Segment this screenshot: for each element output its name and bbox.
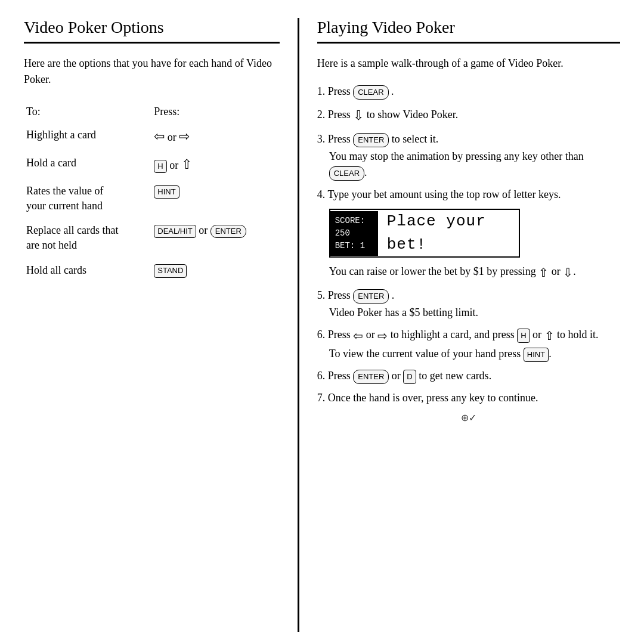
right-intro: Here is a sample walk-through of a game … bbox=[317, 55, 620, 72]
table-header-row: To: Press: bbox=[24, 100, 280, 123]
or-text: or bbox=[532, 329, 544, 340]
bet-label: BET: 1 bbox=[335, 240, 373, 252]
footer: ⊛✓ bbox=[317, 412, 620, 423]
row-press: DEAL/HIT or ENTER bbox=[151, 218, 279, 258]
col-to-header: To: bbox=[24, 100, 151, 123]
list-item: 5. Press ENTER . Video Poker has a $5 be… bbox=[317, 287, 620, 321]
step-text: to show Video Poker. bbox=[367, 109, 459, 120]
step-sub-text: Video Poker has a $5 betting limit. bbox=[329, 305, 620, 321]
score-label: SCORE: bbox=[335, 215, 373, 227]
step-number: 3. Press bbox=[317, 133, 354, 145]
table-row: Replace all cards thatare not held DEAL/… bbox=[24, 218, 280, 258]
step-text: to get new cards. bbox=[419, 370, 491, 382]
right-column: Playing Video Poker Here is a sample wal… bbox=[299, 18, 620, 632]
list-item: 1. Press CLEAR . bbox=[317, 83, 620, 100]
row-press: STAND bbox=[151, 258, 279, 283]
step-text: to highlight a card, and press bbox=[391, 329, 517, 340]
score-display-box: SCORE: 250 BET: 1 Place your bet! bbox=[329, 209, 520, 258]
step-text: 7. Once the hand is over, press any key … bbox=[317, 392, 538, 404]
h-key: H bbox=[154, 160, 166, 173]
hint-key-inline: HINT bbox=[524, 348, 549, 362]
clear-key-inline: CLEAR bbox=[329, 166, 364, 181]
enter-key: ENTER bbox=[353, 133, 389, 147]
options-table: To: Press: Highlight a card ⇦ or ⇨ Hold … bbox=[24, 100, 280, 283]
left-intro: Here are the options that you have for e… bbox=[24, 55, 280, 88]
row-label: Rates the value ofyour current hand bbox=[24, 179, 151, 218]
footer-symbol: ⊛✓ bbox=[461, 413, 476, 423]
row-label: Replace all cards thatare not held bbox=[24, 218, 151, 258]
arrow-left-icon: ⇦ bbox=[353, 329, 363, 342]
row-press: ⇦ or ⇨ bbox=[151, 123, 279, 151]
h-key: H bbox=[517, 329, 530, 343]
score-value: 250 bbox=[335, 227, 373, 240]
up-arrow-icon: ⇧ bbox=[544, 329, 555, 342]
row-label: Hold a card bbox=[24, 151, 151, 179]
up-arrow-icon: ⇧ bbox=[538, 266, 549, 279]
step-number: 6. Press bbox=[317, 370, 354, 382]
step-text: to hold it. bbox=[557, 329, 599, 340]
place-bet-text: Place your bet! bbox=[378, 210, 519, 256]
row-label: Highlight a card bbox=[24, 123, 151, 151]
arrow-right-icon: ⇨ bbox=[377, 329, 388, 342]
row-label: Hold all cards bbox=[24, 258, 151, 283]
left-title: Video Poker Options bbox=[24, 18, 280, 37]
enter-key: ENTER bbox=[353, 289, 389, 304]
down-arrow-icon: ⇩ bbox=[353, 108, 364, 123]
up-arrow-icon: ⇧ bbox=[181, 157, 192, 172]
stand-key: STAND bbox=[154, 264, 187, 277]
step-text: to select it. bbox=[392, 133, 438, 145]
hint-key: HINT bbox=[154, 185, 179, 199]
score-inner: SCORE: 250 BET: 1 bbox=[330, 211, 378, 256]
table-row: Hold all cards STAND bbox=[24, 258, 280, 283]
table-row: Rates the value ofyour current hand HINT bbox=[24, 179, 280, 218]
list-item: 2. Press ⇩ to show Video Poker. bbox=[317, 106, 620, 125]
row-press: HINT bbox=[151, 179, 279, 218]
step-number: 5. Press bbox=[317, 289, 354, 301]
left-divider bbox=[24, 42, 280, 44]
deal-hit-key: DEAL/HIT bbox=[154, 225, 196, 238]
step-text: . bbox=[392, 289, 395, 301]
col-press-header: Press: bbox=[151, 100, 279, 123]
enter-key: ENTER bbox=[353, 370, 389, 384]
row-press: H or ⇧ bbox=[151, 151, 279, 179]
right-title: Playing Video Poker bbox=[317, 18, 620, 37]
step-sub-text: You may stop the animation by pressing a… bbox=[329, 148, 620, 181]
steps-list: 1. Press CLEAR . 2. Press ⇩ to show Vide… bbox=[317, 83, 620, 406]
step-number: 1. Press bbox=[317, 85, 354, 97]
raise-lower-text: You can raise or lower the bet by $1 by … bbox=[329, 264, 620, 281]
or-text: or bbox=[168, 131, 179, 143]
down-arrow-icon: ⇩ bbox=[563, 266, 573, 279]
list-item: 7. Once the hand is over, press any key … bbox=[317, 390, 620, 406]
list-item: 6. Press ENTER or D to get new cards. bbox=[317, 368, 620, 384]
step-sub-text: To view the current value of your hand p… bbox=[329, 346, 620, 362]
table-row: Highlight a card ⇦ or ⇨ bbox=[24, 123, 280, 151]
list-item: 6. Press ⇦ or ⇨ to highlight a card, and… bbox=[317, 327, 620, 362]
step-text: . bbox=[391, 85, 394, 97]
or-text: or bbox=[199, 224, 210, 236]
step-text: 4. Type your bet amount using the top ro… bbox=[317, 188, 561, 200]
or-text: or bbox=[366, 329, 378, 340]
table-row: Hold a card H or ⇧ bbox=[24, 151, 280, 179]
d-key: D bbox=[403, 370, 416, 384]
step-number: 2. Press bbox=[317, 109, 354, 120]
enter-key: ENTER bbox=[210, 225, 246, 238]
arrow-left-icon: ⇦ bbox=[154, 129, 165, 144]
arrow-right-icon: ⇨ bbox=[179, 129, 190, 144]
list-item: 4. Type your bet amount using the top ro… bbox=[317, 187, 620, 281]
left-column: Video Poker Options Here are the options… bbox=[24, 18, 299, 632]
page: Video Poker Options Here are the options… bbox=[0, 0, 644, 644]
right-divider bbox=[317, 42, 620, 44]
step-number: 6. Press bbox=[317, 329, 354, 340]
clear-key: CLEAR bbox=[353, 85, 388, 100]
or-text: or bbox=[169, 159, 181, 171]
list-item: 3. Press ENTER to select it. You may sto… bbox=[317, 131, 620, 181]
or-text: or bbox=[392, 370, 404, 382]
